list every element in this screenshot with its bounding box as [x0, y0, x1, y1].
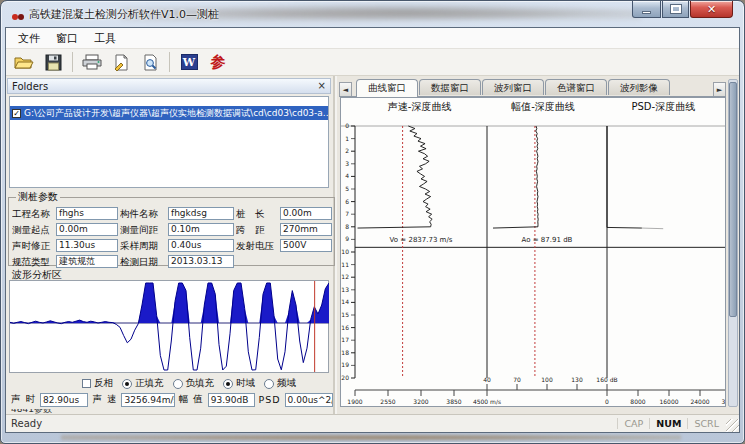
svg-text:5: 5 — [345, 185, 349, 192]
minimize-button[interactable] — [632, 1, 661, 18]
print-button[interactable] — [80, 51, 104, 73]
chart-area[interactable]: 声速-深度曲线幅值-深度曲线PSD-深度曲线 01234567891011121… — [340, 97, 726, 407]
svg-text:15: 15 — [341, 311, 349, 318]
menu-item-1[interactable]: 窗口 — [48, 29, 86, 48]
pile-params-title: 测桩参数 — [16, 190, 60, 204]
tabs: 曲线窗口数据窗口波列窗口色谱窗口波列影像 — [356, 79, 670, 97]
menubar: 文件窗口工具 — [6, 28, 739, 49]
num-lock-indicator: NUM — [649, 418, 687, 429]
folder-list-item[interactable]: ✓G:\公司产品设计开发\超声仪器\超声仪实地检测数据调试\cd\cd03\cd… — [10, 106, 328, 120]
domain-radio-1[interactable] — [264, 379, 274, 389]
param-value-8[interactable]: 500V — [280, 239, 332, 252]
minimize-icon — [642, 11, 651, 14]
param-value-6[interactable]: 11.30us — [56, 239, 118, 252]
chart-title-2: PSD-深度曲线 — [602, 98, 725, 112]
svg-text:3200: 3200 — [413, 398, 428, 405]
close-icon: ✕ — [707, 3, 716, 16]
chart-annotation-0: Vo = 2837.73 m/s — [390, 236, 453, 244]
chart-titles-row: 声速-深度曲线幅值-深度曲线PSD-深度曲线 — [355, 98, 725, 112]
domain-option-0: 时域 — [223, 377, 255, 390]
status-text: Ready — [6, 418, 42, 429]
desktop: 高铁建混凝土检测分析软件V1.0—测桩 ✕ 文件窗口工具 — [0, 0, 745, 444]
svg-text:2: 2 — [345, 147, 349, 154]
svg-text:130: 130 — [571, 376, 583, 383]
window-controls: ✕ — [632, 1, 733, 18]
param-label-8: 发射电压 — [236, 239, 278, 252]
app-window: 高铁建混凝土检测分析软件V1.0—测桩 ✕ 文件窗口工具 — [0, 0, 745, 444]
domain-label-1: 频域 — [277, 377, 296, 390]
resize-grip[interactable] — [726, 419, 739, 432]
svg-text:0: 0 — [345, 122, 349, 129]
folders-pane-title: Folders — [12, 81, 48, 92]
invert-option: 反相 — [82, 377, 113, 390]
svg-text:70: 70 — [513, 376, 521, 383]
tab-3[interactable]: 色谱窗口 — [545, 79, 607, 95]
menu-item-2[interactable]: 工具 — [86, 29, 124, 48]
fill-radio-1[interactable] — [173, 379, 183, 389]
fill-option-0: 正填充 — [122, 377, 164, 390]
maximize-button[interactable] — [662, 1, 689, 18]
folder-list[interactable]: ✓G:\公司产品设计开发\超声仪器\超声仪实地检测数据调试\cd\cd03\cd… — [9, 96, 329, 188]
param-value-10[interactable]: 2013.03.13 — [168, 255, 234, 268]
waveform-box[interactable] — [9, 280, 329, 373]
status-bar: Ready CAP NUM SCRL — [6, 414, 739, 432]
aero-glass-blur-bottom — [61, 433, 681, 442]
parameters-button[interactable]: 参 — [206, 51, 230, 73]
param-value-1[interactable]: fhgkdsg — [168, 207, 234, 220]
tab-4[interactable]: 波列影像 — [608, 79, 670, 95]
open-button[interactable] — [12, 51, 36, 73]
svg-text:40: 40 — [483, 376, 491, 383]
titlebar[interactable]: 高铁建混凝土检测分析软件V1.0—测桩 ✕ — [1, 1, 744, 27]
param-value-5[interactable]: 270mm — [280, 223, 332, 236]
tab-1[interactable]: 数据窗口 — [419, 79, 481, 95]
svg-text:20: 20 — [341, 374, 349, 381]
waveform-options-row: 反相正填充负填充时域频域 — [6, 377, 333, 390]
domain-radio-0[interactable] — [223, 379, 233, 389]
field-value-3[interactable]: 0.00us^2/m — [285, 393, 333, 407]
tab-scroll-right-icon[interactable]: ► — [713, 82, 726, 97]
svg-text:1: 1 — [345, 135, 349, 142]
param-label-3: 测量起点 — [12, 223, 54, 236]
folder-item-checkbox[interactable]: ✓ — [12, 109, 21, 118]
invert-checkbox[interactable] — [82, 379, 91, 388]
folders-pane-header[interactable]: Folders × — [7, 78, 331, 94]
tab-0[interactable]: 曲线窗口 — [356, 79, 418, 97]
print-setup-button[interactable] — [109, 51, 133, 73]
menu-item-0[interactable]: 文件 — [10, 29, 48, 48]
svg-text:12: 12 — [341, 273, 349, 280]
field-value-0[interactable]: 82.90us — [40, 393, 88, 407]
svg-text:3850: 3850 — [446, 398, 461, 405]
svg-text:11: 11 — [341, 261, 349, 268]
param-value-9[interactable]: 建筑规范 — [56, 255, 118, 268]
param-value-3[interactable]: 0.00m — [56, 223, 118, 236]
print-preview-button[interactable] — [138, 51, 162, 73]
vertical-scrollbar[interactable] — [728, 79, 738, 407]
pile-params-group: 测桩参数 工程名称fhghs构件名称fhgkdsg桩 长0.00m测量起点0.0… — [8, 190, 335, 266]
field-value-2[interactable]: 93.90dB — [208, 393, 255, 407]
param-value-4[interactable]: 0.10m — [168, 223, 234, 236]
close-button[interactable]: ✕ — [690, 1, 733, 18]
domain-option-1: 频域 — [264, 377, 296, 390]
status-keys: CAP NUM SCRL — [617, 415, 725, 432]
fill-option-1: 负填充 — [173, 377, 215, 390]
field-value-1[interactable]: 3256.94m/s — [121, 393, 174, 407]
param-value-7[interactable]: 0.40us — [168, 239, 234, 252]
fill-radio-0[interactable] — [122, 379, 132, 389]
folders-panel: Folders × ✓G:\公司产品设计开发\超声仪器\超声仪实地检测数据调试\… — [6, 76, 335, 414]
word-icon: W — [181, 54, 198, 70]
param-value-0[interactable]: fhghs — [56, 207, 118, 220]
scrollbar-thumb[interactable] — [729, 82, 737, 317]
tab-2[interactable]: 波列窗口 — [482, 79, 544, 95]
pane-close-icon[interactable]: × — [318, 81, 326, 91]
param-label-6: 声时修正 — [12, 239, 54, 252]
word-export-button[interactable]: W — [177, 51, 201, 73]
domain-label-0: 时域 — [236, 377, 255, 390]
param-value-2[interactable]: 0.00m — [280, 207, 332, 220]
save-button[interactable] — [41, 51, 65, 73]
svg-text:1900: 1900 — [347, 398, 362, 405]
field-label-1: 声 速 — [92, 393, 117, 406]
tab-scroll-left-icon[interactable]: ◄ — [339, 82, 352, 97]
svg-text:3: 3 — [345, 160, 349, 167]
fill-label-1: 负填充 — [186, 377, 215, 390]
folder-item-path: G:\公司产品设计开发\超声仪器\超声仪实地检测数据调试\cd\cd03\cd0… — [24, 107, 328, 120]
